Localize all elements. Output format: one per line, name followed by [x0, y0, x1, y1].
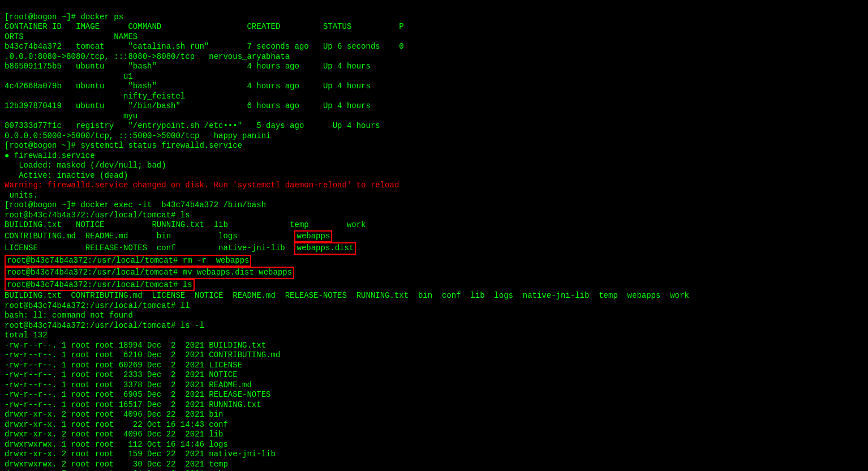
webapps-dist-highlight: webapps.dist	[294, 242, 356, 255]
ls-after-mv-cmd: root@b43c74b4a372:/usr/local/tomcat# ls	[5, 279, 195, 292]
warning-text: Warning: firewalld.service changed on di…	[5, 181, 399, 190]
terminal-window: [root@bogon ~]# docker ps CONTAINER ID I…	[5, 2, 863, 471]
mv-webapps-cmd: root@b43c74b4a372:/usr/local/tomcat# mv …	[5, 267, 294, 279]
line-docker-ps: [root@bogon ~]# docker ps CONTAINER ID I…	[5, 12, 404, 180]
ls-output: BUILDING.txt CONTRIBUTING.md LICENSE NOT…	[5, 291, 689, 471]
license-line: LICENSE RELEASE-NOTES conf native-jni-li…	[5, 243, 294, 252]
rm-webapps-cmd: root@b43c74b4a372:/usr/local/tomcat# rm …	[5, 255, 251, 267]
webapps-highlight: webapps	[294, 230, 332, 243]
